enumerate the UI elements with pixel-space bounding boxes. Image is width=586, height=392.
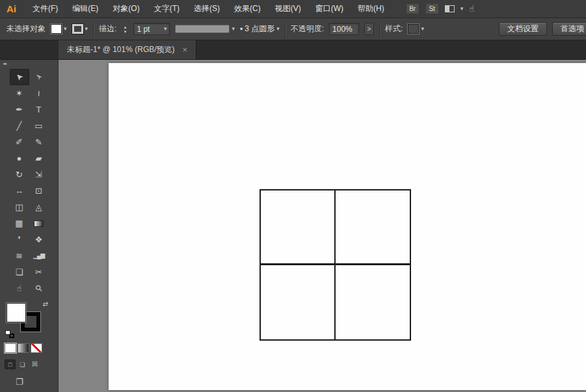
symbol-sprayer-icon: ≋ [16,252,23,260]
preferences-button[interactable]: 首选项 [552,22,586,36]
rotate-tool[interactable]: ↻ [10,166,29,183]
brush-definition-dropdown[interactable]: • 3 点圆形 ▾ [240,23,280,34]
illustrator-logo-icon: Ai [7,3,16,14]
type-tool[interactable]: T [29,101,49,118]
canvas-area[interactable] [59,60,586,392]
fill-color-swatch[interactable] [51,24,62,34]
zoom-tool[interactable]: ⚲ [29,280,49,296]
menu-file[interactable]: 文件(F) [25,0,65,18]
stepper-down-icon[interactable]: ▾ [122,29,128,34]
gradient-button[interactable] [18,343,29,353]
bridge-button[interactable]: Br [406,3,420,14]
free-transform-tool[interactable]: ⊡ [29,183,49,199]
tab-close-icon[interactable]: × [183,45,188,55]
column-graph-tool[interactable]: ▁▄▆ [29,248,49,264]
menu-view[interactable]: 视图(V) [268,0,308,18]
artboard-tool[interactable]: ❏ [10,264,29,280]
artboard-icon: ❏ [16,268,23,276]
fill-stroke-control: ⇄ [5,300,52,337]
collapse-panel-icon[interactable]: ◂◂ [3,61,6,66]
width-profile-dropdown[interactable]: ▾ [175,25,235,33]
blend-tool[interactable]: ❖ [29,231,49,248]
grid-horizontal-divider [261,263,410,265]
artboard[interactable] [109,63,586,390]
stepper-up-icon[interactable]: ▴ [122,25,128,29]
chevron-down-icon[interactable]: ▾ [460,6,464,12]
pencil-tool[interactable]: ✎ [29,134,49,150]
pen-tool[interactable]: ✒ [10,101,29,118]
stroke-weight-value: 1 pt [137,25,150,34]
fill-color-dropdown[interactable]: ▾ [51,24,67,34]
draw-behind-button[interactable]: ❏ [17,359,28,369]
line-segment-tool[interactable]: ╱ [10,118,29,134]
gradient-tool[interactable] [29,215,49,231]
document-tab-title: 未标题-1* @ 101% (RGB/预览) [67,44,175,55]
tools-panel: ◂◂ ➤ ➢ ✶ ≀ ✒ T ╱ ▭ ✐ ✎ ● ▰ ↻ ⇲ ↔ ⊡ ◫ ◬ [0,60,59,392]
stock-button[interactable]: St [425,3,439,14]
eyedropper-tool[interactable]: ❜ [10,231,29,248]
opacity-field[interactable]: 100% [329,23,359,35]
magic-wand-icon: ✶ [16,89,23,98]
menu-help[interactable]: 帮助(H) [351,0,392,18]
draw-inside-button[interactable]: 回 [29,359,40,369]
chevron-down-icon[interactable]: ▾ [85,26,88,32]
hand-icon: ☝ [17,284,22,293]
none-button[interactable] [31,343,42,353]
stroke-weight-field[interactable]: 1 pt ▾ [133,23,170,35]
perspective-grid-tool[interactable]: ◬ [29,199,49,215]
hand-tool[interactable]: ☝ [10,280,29,296]
style-swatch[interactable] [408,24,419,34]
chevron-down-icon[interactable]: ▾ [421,26,424,32]
chevron-down-icon[interactable]: ▾ [232,26,235,32]
selection-tool[interactable]: ➤ [10,69,29,85]
magic-wand-tool[interactable]: ✶ [10,85,29,101]
document-setup-button[interactable]: 文档设置 [499,22,547,36]
screen-mode-button[interactable]: ❐ [16,377,23,387]
direct-selection-tool[interactable]: ➢ [29,69,49,85]
stroke-color-dropdown[interactable]: ▾ [72,24,88,34]
mesh-tool[interactable]: ▦ [10,215,29,231]
lasso-icon: ≀ [37,89,40,98]
slice-tool[interactable]: ✂ [29,264,49,280]
menu-type[interactable]: 文字(T) [147,0,187,18]
paintbrush-tool[interactable]: ✐ [10,134,29,150]
rectangle-grid-drawing[interactable] [260,189,411,341]
perspective-grid-icon: ◬ [36,203,42,211]
line-segment-icon: ╱ [17,122,22,130]
menu-effect[interactable]: 效果(C) [227,0,268,18]
style-dropdown[interactable]: ▾ [408,24,424,34]
symbol-sprayer-tool[interactable]: ≋ [10,248,29,264]
lasso-tool[interactable]: ≀ [29,85,49,101]
blob-brush-tool[interactable]: ● [10,150,29,166]
draw-normal-button[interactable]: □ [5,359,16,369]
menu-object[interactable]: 对象(O) [105,0,146,18]
chevron-down-icon[interactable]: ▾ [276,26,280,32]
chevron-down-icon[interactable]: ▾ [64,26,67,32]
stroke-color-swatch[interactable] [72,24,83,34]
stroke-weight-stepper[interactable]: ▴ ▾ [122,25,128,34]
opacity-panel-button[interactable]: > [364,23,374,35]
shape-builder-tool[interactable]: ◫ [10,199,29,215]
menu-window[interactable]: 窗口(W) [308,0,351,18]
swap-fill-stroke-icon[interactable]: ⇄ [43,300,48,307]
stroke-weight-label: 描边: [99,23,116,34]
menu-select[interactable]: 选择(S) [187,0,227,18]
color-button[interactable] [5,343,16,353]
touch-workspace-icon[interactable]: ☝ [469,4,474,14]
workspace-grid-icon[interactable] [445,5,455,12]
panel-header: ◂◂ [0,61,58,69]
eraser-tool[interactable]: ▰ [29,150,49,166]
blend-icon: ❖ [35,235,43,244]
scale-tool[interactable]: ⇲ [29,166,49,183]
chevron-down-icon[interactable]: ▾ [164,26,167,32]
menu-items: 文件(F) 编辑(E) 对象(O) 文字(T) 选择(S) 效果(C) 视图(V… [25,0,392,18]
menu-edit[interactable]: 编辑(E) [65,0,105,18]
scale-icon: ⇲ [35,170,42,179]
type-icon: T [36,105,42,114]
document-tab[interactable]: 未标题-1* @ 101% (RGB/预览) × [59,40,196,59]
drawing-mode-buttons: □ ❏ 回 [5,359,58,369]
fill-color-box[interactable] [7,303,26,322]
width-tool[interactable]: ↔ [10,183,29,199]
default-fill-stroke-icon[interactable] [5,330,14,338]
rectangle-tool[interactable]: ▭ [29,118,49,134]
